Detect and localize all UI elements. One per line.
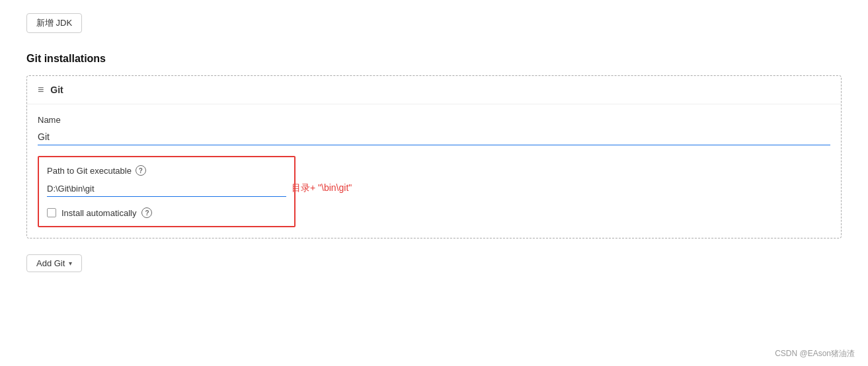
path-label: Path to Git executable xyxy=(47,166,132,176)
name-label: Name xyxy=(38,115,830,125)
chevron-down-icon: ▾ xyxy=(69,260,72,267)
annotation-text: 目录+ "\bin\git" xyxy=(292,182,352,194)
add-git-button[interactable]: Add Git ▾ xyxy=(26,254,82,272)
git-card-title: Git xyxy=(50,85,63,95)
path-input-wrapper: 目录+ "\bin\git" xyxy=(47,181,286,197)
page-wrapper: 新增 JDK Git installations ≡ Git Name xyxy=(0,0,868,299)
git-card-header: ≡ Git xyxy=(27,76,841,104)
path-input[interactable] xyxy=(47,181,286,197)
git-card: ≡ Git Name Path to Git executable ? xyxy=(26,75,842,238)
install-auto-checkbox[interactable] xyxy=(47,208,56,217)
drag-icon: ≡ xyxy=(38,84,44,96)
path-label-row: Path to Git executable ? xyxy=(47,165,286,176)
install-auto-help-icon[interactable]: ? xyxy=(141,207,152,218)
path-help-icon[interactable]: ? xyxy=(136,165,146,176)
name-form-group: Name xyxy=(38,115,830,145)
install-auto-row: Install automatically ? xyxy=(47,207,286,218)
install-auto-label: Install automatically xyxy=(61,208,136,218)
section-title: Git installations xyxy=(26,53,842,65)
top-button-area: 新增 JDK xyxy=(26,13,842,33)
highlighted-box: Path to Git executable ? 目录+ "\bin\git" … xyxy=(38,156,296,227)
git-card-body: Name Path to Git executable ? 目录+ "\bin\… xyxy=(27,104,841,238)
git-installations-section: Git installations ≡ Git Name xyxy=(26,53,842,272)
watermark: CSDN @EAson猪油渣 xyxy=(775,348,855,359)
add-jdk-button[interactable]: 新增 JDK xyxy=(26,13,82,33)
name-input[interactable] xyxy=(38,129,830,145)
add-git-label: Add Git xyxy=(36,258,65,268)
